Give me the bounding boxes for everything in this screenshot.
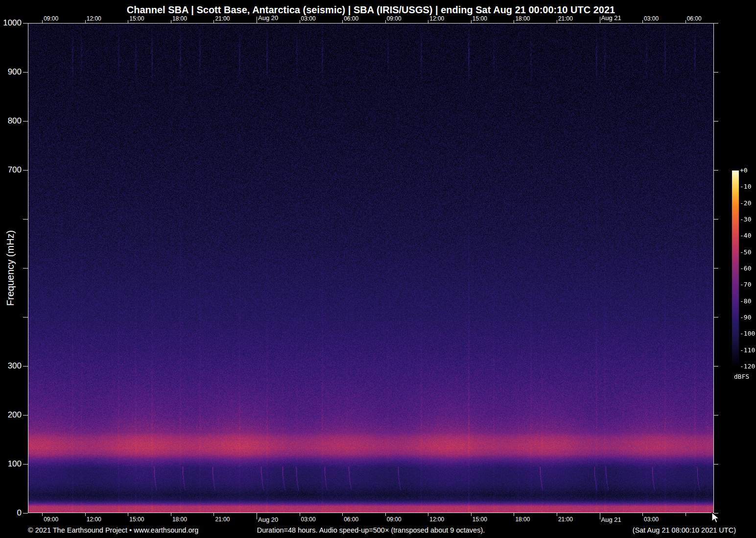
x-tick-label: 03:00 <box>644 15 659 22</box>
x-tick-label: 06:00 <box>344 15 358 22</box>
x-tick <box>85 513 86 516</box>
x-tick-label: 15:00 <box>472 516 487 523</box>
x-tick-label: 21:00 <box>215 15 230 22</box>
y-tick <box>23 268 28 269</box>
x-tick <box>300 513 300 516</box>
x-tick-label: 21:00 <box>558 15 573 22</box>
x-tick-label: 21:00 <box>558 516 573 523</box>
x-tick <box>300 20 300 23</box>
y-tick <box>714 121 718 122</box>
y-tick <box>714 219 718 220</box>
y-tick-label: 700 <box>8 165 22 175</box>
y-tick <box>23 464 28 465</box>
x-tick-label: 15:00 <box>472 15 487 22</box>
y-axis-title: Frequency (mHz) <box>5 230 16 306</box>
x-tick-label: 18:00 <box>172 15 187 22</box>
x-tick-label: 03:00 <box>301 15 316 22</box>
x-tick <box>171 513 171 516</box>
colorbar-tick-label: -70 <box>740 281 751 288</box>
y-tick <box>714 268 718 269</box>
y-tick-label: 200 <box>8 410 22 420</box>
colorbar-tick-label: +0 <box>740 167 748 174</box>
y-tick-label: 100 <box>8 459 22 469</box>
colorbar-gradient <box>732 171 739 367</box>
x-tick <box>128 513 128 516</box>
x-tick-label: 09:00 <box>387 516 402 523</box>
colorbar-tick-label: -10 <box>740 183 751 190</box>
spectrogram-heatmap <box>28 24 713 513</box>
x-tick-label: 12:00 <box>87 15 101 22</box>
y-tick <box>714 464 718 465</box>
colorbar-tick-label: -30 <box>740 216 751 223</box>
x-tick <box>642 20 643 23</box>
x-tick <box>128 20 128 23</box>
y-tick <box>23 72 28 73</box>
x-tick <box>42 20 43 23</box>
y-tick <box>714 72 718 73</box>
x-tick <box>600 513 600 519</box>
x-tick-label: 03:00 <box>644 516 659 523</box>
y-tick-label: 900 <box>8 67 22 77</box>
x-tick-label: 15:00 <box>129 516 144 523</box>
y-tick <box>714 415 718 416</box>
x-tick <box>85 20 86 23</box>
y-tick <box>23 513 28 514</box>
colorbar-tick-label: -40 <box>740 232 751 239</box>
colorbar-tick-label: -90 <box>740 314 751 321</box>
colorbar-unit-label: dBFS <box>734 373 749 380</box>
x-tick <box>428 20 428 23</box>
spectrogram-page: Channel SBA | Scott Base, Antarctica (se… <box>0 0 756 538</box>
footer-duration: Duration=48 hours. Audio speed-up=500× (… <box>28 526 714 534</box>
y-tick-label: 1000 <box>3 18 22 28</box>
y-tick <box>714 170 718 171</box>
x-tick-label: 06:00 <box>687 15 702 22</box>
x-tick-label: 18:00 <box>515 516 530 523</box>
y-tick-label: 300 <box>8 361 22 371</box>
x-tick <box>257 17 257 23</box>
y-tick <box>23 415 28 416</box>
x-tick-label: Aug 21 <box>601 14 621 22</box>
y-tick <box>23 366 28 367</box>
colorbar-tick-label: -100 <box>740 330 755 337</box>
x-tick <box>257 513 257 519</box>
x-tick <box>557 20 557 23</box>
x-tick <box>600 17 600 23</box>
y-tick <box>714 23 718 24</box>
x-tick-label: 12:00 <box>429 15 444 22</box>
y-tick <box>714 366 718 367</box>
y-tick <box>23 219 28 220</box>
x-tick <box>385 20 386 23</box>
x-tick <box>685 513 686 516</box>
x-tick-label: Aug 20 <box>258 516 278 523</box>
colorbar-tick-label: -110 <box>740 346 755 354</box>
footer-timestamp: (Sat Aug 21 08:00:10 2021 UTC) <box>633 526 736 534</box>
x-tick <box>213 20 214 23</box>
x-tick-label: Aug 20 <box>258 14 278 22</box>
x-tick <box>428 513 428 516</box>
y-tick <box>23 170 28 171</box>
x-tick-label: 06:00 <box>344 516 358 523</box>
x-tick-label: 18:00 <box>515 15 530 22</box>
x-tick <box>385 513 386 516</box>
colorbar-tick-label: -60 <box>740 265 751 272</box>
x-tick-label: 09:00 <box>387 15 402 22</box>
x-tick-label: 12:00 <box>87 516 101 523</box>
mouse-cursor-icon <box>711 512 721 525</box>
colorbar-tick-label: -80 <box>740 297 751 305</box>
x-tick <box>342 20 343 23</box>
x-tick <box>514 20 514 23</box>
x-tick <box>514 513 514 516</box>
x-tick-label: 09:00 <box>44 15 58 22</box>
x-tick <box>213 513 214 516</box>
x-tick <box>42 513 43 516</box>
x-tick <box>685 20 686 23</box>
y-tick <box>23 23 28 24</box>
y-tick <box>23 317 28 318</box>
x-tick <box>557 513 557 516</box>
x-tick-label: 18:00 <box>172 516 187 523</box>
colorbar-tick-label: -50 <box>740 248 751 256</box>
x-tick-label: 15:00 <box>129 15 144 22</box>
colorbar-tick-label: -120 <box>740 363 755 370</box>
x-tick <box>642 513 643 516</box>
x-tick-label: 12:00 <box>429 516 444 523</box>
